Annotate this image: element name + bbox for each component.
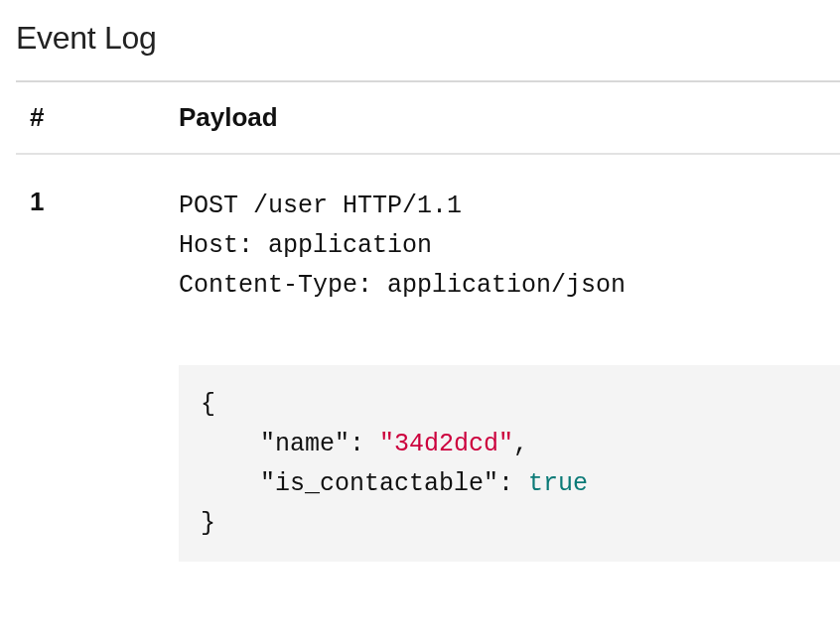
row-index: 1 [16,154,165,576]
page-title: Event Log [16,20,840,57]
header-index: # [16,81,165,154]
header-payload: Payload [165,81,840,154]
event-log-table: # Payload 1 POST /user HTTP/1.1 Host: ap… [16,80,840,576]
row-payload: POST /user HTTP/1.1 Host: application Co… [165,154,840,576]
table-row: 1 POST /user HTTP/1.1 Host: application … [16,154,840,576]
json-payload: { "name": "34d2dcd", "is_contactable": t… [179,365,840,562]
http-headers: POST /user HTTP/1.1 Host: application Co… [179,187,840,306]
